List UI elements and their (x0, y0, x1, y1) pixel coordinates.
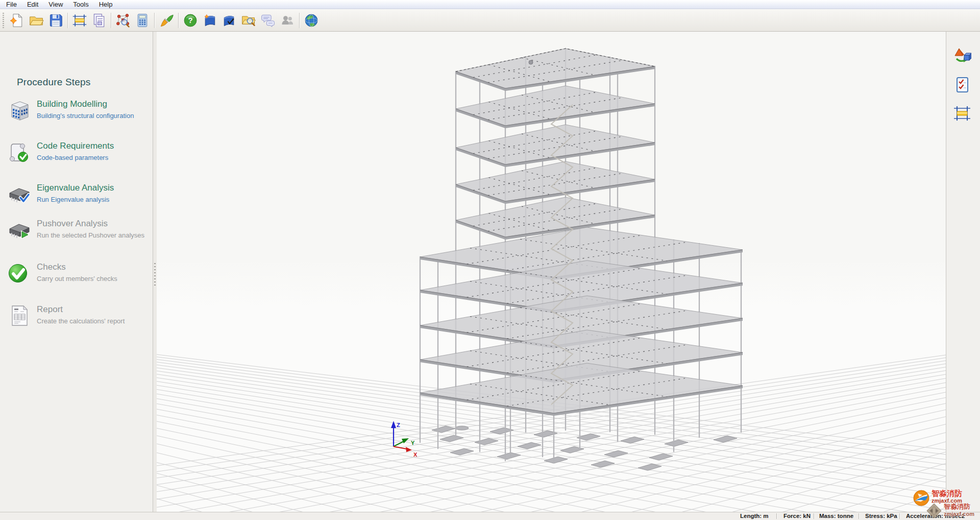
menu-help[interactable]: Help (94, 0, 118, 9)
open-project-icon[interactable] (28, 12, 45, 29)
step-description: Building's structural configuration (37, 112, 134, 120)
step-description: Code-based parameters (37, 154, 114, 161)
toolbar-grip[interactable] (3, 13, 4, 28)
toolbar-separator (67, 13, 68, 28)
chip-check-icon (7, 182, 32, 206)
verification-book-icon[interactable] (220, 12, 238, 29)
status-bar: Length: m Force: kN Mass: tonne Stress: … (0, 512, 980, 520)
toolbar-separator (154, 13, 155, 28)
save-icon[interactable] (47, 12, 64, 29)
step-report[interactable]: Report Create the calculations' report (7, 303, 150, 328)
menu-file[interactable]: File (1, 0, 22, 9)
step-description: Run the selected Pushover analyses (37, 231, 144, 239)
status-separator (776, 513, 777, 519)
help-icon[interactable]: ? (182, 12, 199, 29)
green-check-icon (7, 261, 32, 286)
website-globe-icon[interactable] (303, 12, 320, 29)
status-separator (859, 513, 859, 519)
brush-icon[interactable] (158, 12, 175, 29)
step-title: Report (37, 304, 125, 315)
feedback-bubbles-icon[interactable] (259, 12, 277, 29)
status-separator (899, 513, 900, 519)
toolbar-separator (178, 13, 179, 28)
svg-text:Y: Y (411, 440, 415, 446)
calculator-icon[interactable] (134, 12, 151, 29)
view-tools-panel (946, 32, 980, 512)
step-title: Checks (37, 262, 117, 272)
menu-bar: File Edit View Tools Help (0, 0, 980, 9)
menu-edit[interactable]: Edit (22, 0, 43, 9)
status-separator (814, 513, 814, 519)
frame-elements-icon[interactable] (71, 12, 88, 29)
status-length-units: Length: m (740, 513, 769, 519)
step-checks[interactable]: Checks Carry out members' checks (7, 261, 150, 286)
step-description: Create the calculations' report (37, 317, 125, 325)
status-force-units: Force: kN (783, 513, 811, 519)
community-disabled-icon (279, 12, 296, 29)
sidebar-title: Procedure Steps (17, 77, 91, 88)
svg-text:?: ? (188, 16, 192, 25)
menu-view[interactable]: View (43, 0, 68, 9)
new-document-icon[interactable] (8, 12, 26, 29)
step-title: Building Modelling (37, 99, 134, 109)
step-title: Eigenvalue Analysis (37, 182, 114, 193)
chip-play-icon (7, 218, 32, 242)
report-document-icon (7, 303, 32, 328)
report-icon[interactable] (90, 12, 108, 29)
toolbar-separator (299, 13, 300, 28)
main-toolbar: ? (0, 9, 980, 32)
solid-view-icon[interactable] (953, 47, 971, 65)
examples-folder-icon[interactable] (240, 12, 257, 29)
scroll-check-icon (7, 140, 32, 164)
application-window: File Edit View Tools Help (0, 0, 980, 520)
building-icon (7, 98, 32, 123)
svg-text:X: X (413, 452, 418, 458)
step-description: Carry out members' checks (37, 275, 117, 282)
model-viewport[interactable]: ZYX (157, 32, 946, 512)
panel-splitter[interactable] (153, 32, 157, 512)
step-description: Run Eigenvalue analysis (37, 196, 114, 203)
frame-element-icon[interactable] (953, 104, 971, 123)
step-title: Code Requirements (37, 140, 114, 151)
status-stress-units: Stress: kPa (865, 513, 897, 519)
tutorial-book-icon[interactable] (201, 12, 218, 29)
menu-tools[interactable]: Tools (68, 0, 93, 9)
step-pushover-analysis[interactable]: Pushover Analysis Run the selected Pusho… (7, 218, 150, 242)
procedure-steps-panel: Procedure Steps (0, 32, 153, 512)
splitter-grip-icon (154, 263, 156, 287)
step-building-modelling[interactable]: Building Modelling Building's structural… (7, 98, 150, 123)
step-title: Pushover Analysis (37, 218, 144, 229)
status-mass-units: Mass: tonne (819, 513, 853, 519)
step-code-requirements[interactable]: Code Requirements Code-based parameters (7, 140, 150, 164)
status-acceleration-units: Acceleration: m/sec2 (906, 513, 965, 519)
svg-text:Z: Z (397, 422, 400, 428)
toolbar-separator (111, 13, 111, 28)
eigenvalue-icon[interactable] (114, 12, 132, 29)
step-eigenvalue-analysis[interactable]: Eigenvalue Analysis Run Eigenvalue analy… (7, 182, 150, 206)
checks-list-icon[interactable] (953, 76, 971, 94)
